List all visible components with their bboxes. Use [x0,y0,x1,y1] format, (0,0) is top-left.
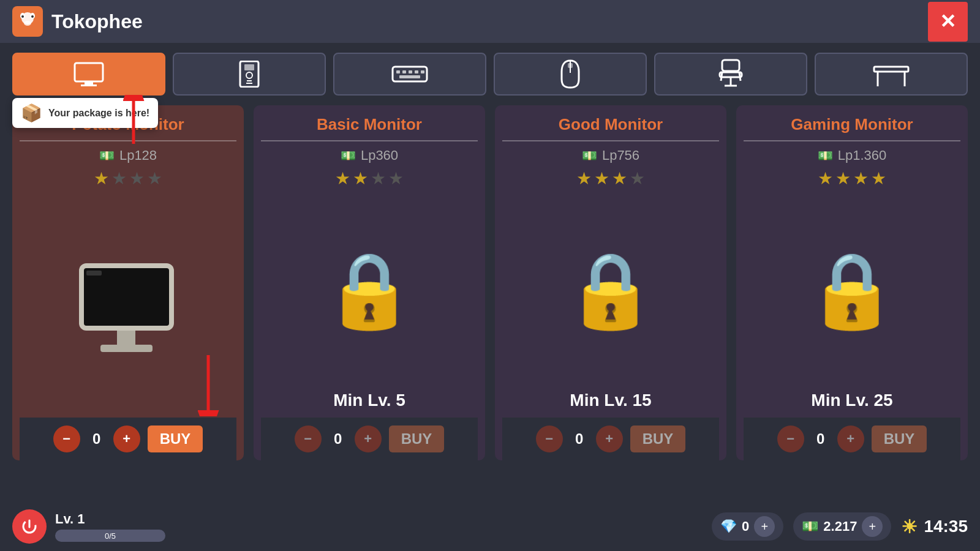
buy-area-potato: − 0 + BUY [20,418,236,460]
decrease-qty-basic[interactable]: − [295,425,322,452]
power-button[interactable] [12,509,47,544]
keyboard-tab-icon [391,63,428,85]
mouse-tab-icon [559,59,581,89]
tab-mouse[interactable] [494,53,647,96]
buy-area-basic: − 0 + BUY [261,418,478,460]
divider-basic [261,140,478,141]
money-currency-box: 💵 2.217 + [793,512,891,541]
price-good: Lp756 [602,148,639,163]
increase-qty-basic[interactable]: + [355,425,382,452]
svg-rect-23 [568,63,573,68]
buy-button-basic: BUY [389,425,445,452]
add-money-button[interactable]: + [862,516,883,537]
svg-point-6 [24,21,31,26]
tab-keyboard[interactable] [333,53,486,96]
gem-value: 0 [742,519,749,534]
product-image-potato [67,195,189,418]
svg-point-12 [246,72,252,78]
buy-button-gaming: BUY [872,425,927,452]
decrease-qty-gaming[interactable]: − [777,425,804,452]
tab-desk[interactable] [815,53,968,96]
qty-basic: 0 [329,430,347,448]
footer-right: 💎 0 + 💵 2.217 + ☀ 14:35 [712,512,968,541]
buy-button-potato[interactable]: BUY [148,425,203,452]
buy-button-good: BUY [630,425,686,452]
product-name-gaming: Gaming Monitor [791,115,913,134]
price-row-good: 💵 Lp756 [582,148,639,163]
svg-rect-21 [399,75,420,78]
xp-text: 0/5 [55,531,165,541]
decrease-qty-good[interactable]: − [536,425,563,452]
svg-rect-25 [720,72,742,77]
svg-rect-16 [396,70,400,73]
product-card-potato: Potato Monitor 💵 Lp128 ★ ★ ★ ★ [12,105,244,460]
svg-line-28 [721,72,722,81]
products-container: Potato Monitor 💵 Lp128 ★ ★ ★ ★ [0,105,980,460]
svg-rect-19 [415,70,418,73]
money-footer-icon: 💵 [802,519,818,534]
money-value: 2.217 [823,519,857,534]
stars-good: ★ ★ ★ ★ [576,168,645,189]
tab-monitor[interactable] [12,53,165,96]
increase-qty-good[interactable]: + [596,425,623,452]
buy-area-good: − 0 + BUY [502,418,719,460]
price-row-basic: 💵 Lp360 [341,148,398,163]
notification-text: Your package is here! [48,108,149,119]
divider-good [502,140,719,141]
product-image-good: 🔒 [565,195,657,386]
svg-rect-9 [81,84,97,86]
lock-icon-good: 🔒 [565,247,657,334]
power-icon [21,519,37,534]
svg-line-29 [739,72,741,81]
stars-basic: ★ ★ ★ ★ [335,168,404,189]
svg-rect-15 [393,67,427,81]
stars-gaming: ★ ★ ★ ★ [818,168,886,189]
money-icon-basic: 💵 [341,148,356,163]
footer-left: Lv. 1 0/5 [12,509,165,544]
lock-icon-basic: 🔒 [323,247,415,334]
product-name-basic: Basic Monitor [317,115,422,134]
tab-chair[interactable] [654,53,807,96]
time-display: ☀ 14:35 [901,516,968,538]
footer: Lv. 1 0/5 💎 0 + 💵 2.217 + ☀ 14:35 [0,502,980,551]
svg-rect-14 [246,83,252,84]
add-gem-button[interactable]: + [754,516,775,537]
qty-potato: 0 [88,430,106,448]
product-card-basic: Basic Monitor 💵 Lp360 ★ ★ ★ ★ 🔒 Min Lv. … [254,105,485,460]
monitor-tab-icon [74,62,104,86]
divider-gaming [744,140,960,141]
header: Tokophee ✕ [0,0,980,43]
increase-qty-potato[interactable]: + [113,425,140,452]
app-logo [12,6,43,37]
min-level-gaming: Min Lv. 25 [811,391,892,410]
header-left: Tokophee [12,6,143,37]
level-text: Lv. 1 [55,511,165,527]
package-icon: 📦 [21,103,42,123]
svg-rect-11 [244,64,254,70]
divider-potato [20,140,236,141]
svg-rect-40 [100,345,153,352]
tab-computer[interactable] [173,53,326,96]
price-basic: Lp360 [361,148,398,163]
svg-rect-41 [86,271,102,276]
desk-tab-icon [873,61,910,88]
svg-rect-39 [117,331,135,346]
gem-icon: 💎 [720,519,737,534]
increase-qty-gaming[interactable]: + [837,425,864,452]
gem-currency-box: 💎 0 + [712,512,783,541]
decrease-qty-potato[interactable]: − [53,425,80,452]
svg-rect-8 [85,81,93,84]
product-image-basic: 🔒 [323,195,415,386]
close-button[interactable]: ✕ [928,2,968,42]
level-info: Lv. 1 0/5 [55,511,165,542]
price-row-potato: 💵 Lp128 [99,148,157,163]
lock-icon-gaming: 🔒 [806,247,898,334]
product-name-good: Good Monitor [559,115,663,134]
stars-potato: ★ ★ ★ ★ [94,168,162,189]
svg-rect-20 [421,70,424,73]
qty-good: 0 [570,430,589,448]
money-icon-potato: 💵 [99,148,115,163]
min-level-basic: Min Lv. 5 [333,391,405,410]
svg-rect-38 [84,268,169,326]
chair-tab-icon [716,59,745,89]
